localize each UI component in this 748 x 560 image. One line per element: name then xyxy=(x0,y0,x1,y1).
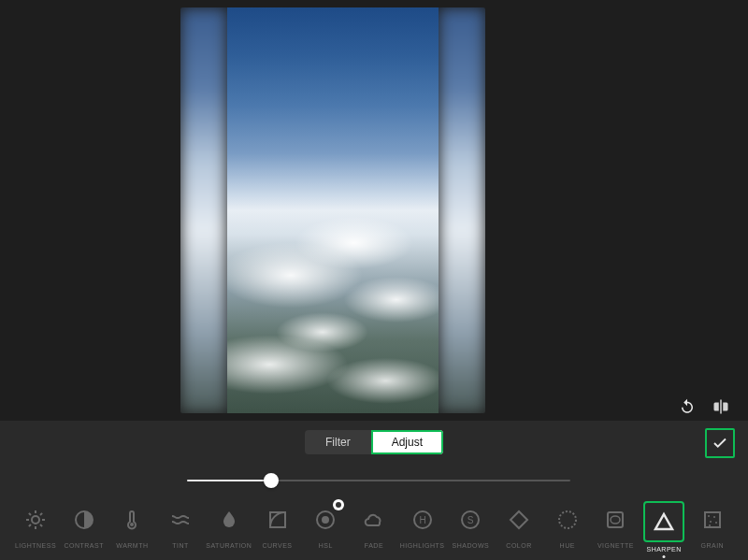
thermometer-icon xyxy=(121,509,143,531)
svg-point-13 xyxy=(322,516,329,524)
cloud-icon-box xyxy=(355,501,393,538)
tab-filter[interactable]: Filter xyxy=(305,430,371,454)
adjust-label: TINT xyxy=(172,542,189,549)
adjust-vignette[interactable]: VIGNETTE xyxy=(593,501,638,553)
adjust-label: SATURATION xyxy=(206,542,252,549)
svg-text:H: H xyxy=(419,515,425,525)
svg-line-6 xyxy=(40,524,42,526)
adjust-label: HUE xyxy=(560,542,575,549)
adjust-label: SHADOWS xyxy=(452,542,489,549)
svg-line-5 xyxy=(29,513,31,515)
adjust-color[interactable]: COLOR xyxy=(496,501,541,553)
svg-point-18 xyxy=(559,511,576,528)
triangle-icon xyxy=(653,510,675,533)
adjust-label: VIGNETTE xyxy=(597,542,634,549)
svg-point-22 xyxy=(708,515,710,517)
shadows-icon: S xyxy=(459,509,482,531)
adjust-label: HSL xyxy=(319,542,333,549)
adjust-tint[interactable]: TINT xyxy=(158,501,203,553)
slider-knob[interactable] xyxy=(264,473,279,488)
svg-point-26 xyxy=(709,524,711,526)
svg-point-23 xyxy=(713,516,715,518)
waves-icon-box xyxy=(162,501,199,538)
curves-icon-box xyxy=(259,501,296,538)
svg-point-10 xyxy=(130,523,134,526)
confirm-button[interactable] xyxy=(705,428,735,458)
adjust-fade[interactable]: FADE xyxy=(352,501,396,553)
grain-icon-box xyxy=(694,501,731,538)
svg-point-20 xyxy=(611,516,620,524)
svg-line-8 xyxy=(40,513,42,515)
mode-tabs: Filter Adjust xyxy=(305,430,443,454)
canvas-area xyxy=(0,7,748,413)
adjust-label: CURVES xyxy=(262,542,292,549)
adjust-label: SHARPEN xyxy=(646,546,681,553)
vignette-icon-box xyxy=(597,501,634,538)
tab-adjust[interactable]: Adjust xyxy=(371,430,443,454)
curves-icon xyxy=(266,509,289,531)
adjust-saturation[interactable]: SATURATION xyxy=(207,501,252,553)
grain-icon xyxy=(701,509,724,531)
adjust-label: FADE xyxy=(365,542,383,549)
thermometer-icon-box xyxy=(113,501,151,538)
svg-point-0 xyxy=(32,516,39,524)
contrast-icon-box xyxy=(65,501,103,538)
adjust-label: HIGHLIGHTS xyxy=(400,542,445,549)
adjust-grain[interactable]: GRAIN xyxy=(690,501,735,553)
undo-button[interactable] xyxy=(677,396,698,417)
sun-icon-box xyxy=(17,501,54,538)
diamond-icon-box xyxy=(500,501,538,538)
photo-content xyxy=(227,7,439,413)
adjust-warmth[interactable]: WARMTH xyxy=(109,501,154,553)
adjust-highlights[interactable]: HHIGHLIGHTS xyxy=(400,501,445,553)
adjust-hue[interactable]: HUE xyxy=(545,501,590,553)
adjust-label: COLOR xyxy=(506,542,531,549)
sun-icon xyxy=(24,509,47,531)
highlights-icon-box: H xyxy=(404,501,441,538)
shadows-icon-box: S xyxy=(452,501,489,538)
adjust-contrast[interactable]: CONTRAST xyxy=(62,501,107,553)
svg-text:S: S xyxy=(468,515,474,525)
bottom-panel: Filter Adjust LIGHTNESSCONTRASTWARMTHTIN… xyxy=(0,421,748,560)
adjustment-tool-row: LIGHTNESSCONTRASTWARMTHTINTSATURATIONCUR… xyxy=(0,501,748,553)
premium-badge xyxy=(333,499,344,510)
triangle-icon-box xyxy=(643,501,684,542)
hue-icon xyxy=(556,509,579,531)
svg-point-24 xyxy=(710,521,712,523)
adjust-label: GRAIN xyxy=(701,542,725,549)
undo-icon xyxy=(679,398,696,415)
check-icon xyxy=(712,435,728,452)
svg-line-7 xyxy=(29,524,31,526)
hsl-icon xyxy=(314,509,337,531)
adjust-sharpen[interactable]: SHARPEN xyxy=(641,501,686,553)
compare-icon xyxy=(712,398,729,415)
highlights-icon: H xyxy=(411,509,434,531)
adjust-lightness[interactable]: LIGHTNESS xyxy=(13,501,58,553)
adjust-shadows[interactable]: SSHADOWS xyxy=(448,501,493,553)
svg-point-25 xyxy=(715,522,717,524)
waves-icon xyxy=(169,509,192,531)
canvas-tools xyxy=(677,396,731,417)
contrast-icon xyxy=(73,509,95,531)
image-preview[interactable] xyxy=(180,7,485,413)
adjust-label: CONTRAST xyxy=(64,542,104,549)
adjustment-slider[interactable] xyxy=(187,471,570,490)
cloud-icon xyxy=(363,509,385,531)
diamond-icon xyxy=(508,509,530,531)
adjust-hsl[interactable]: HSL xyxy=(303,501,348,553)
adjust-label: LIGHTNESS xyxy=(15,542,56,549)
adjust-curves[interactable]: CURVES xyxy=(255,501,300,553)
drop-icon-box xyxy=(210,501,248,538)
drop-icon xyxy=(218,509,240,531)
vignette-icon xyxy=(604,509,626,531)
hsl-icon-box xyxy=(307,501,344,538)
slider-fill xyxy=(187,480,271,481)
photo-editor-app: Filter Adjust LIGHTNESSCONTRASTWARMTHTIN… xyxy=(0,0,748,560)
compare-button[interactable] xyxy=(711,396,731,417)
adjust-label: WARMTH xyxy=(116,542,148,549)
hue-icon-box xyxy=(549,501,586,538)
svg-rect-21 xyxy=(705,512,720,527)
